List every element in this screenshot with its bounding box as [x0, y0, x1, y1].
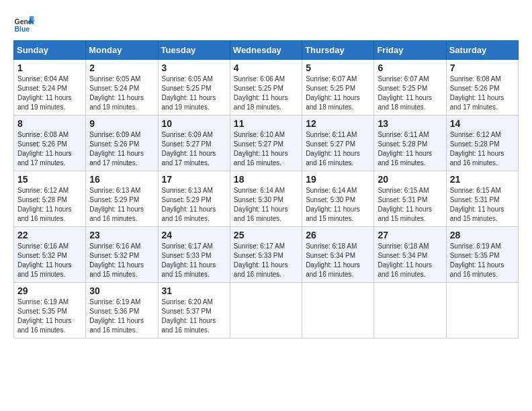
day-number: 19 — [306, 174, 370, 185]
calendar-week-row: 29 Sunrise: 6:19 AM Sunset: 5:35 PM Dayl… — [14, 283, 519, 338]
day-sunset: Sunset: 5:26 PM — [89, 140, 139, 148]
calendar-cell — [446, 283, 518, 338]
day-sunrise: Sunrise: 6:15 AM — [378, 187, 429, 194]
day-sunrise: Sunrise: 6:09 AM — [162, 131, 213, 138]
calendar-cell: 17 Sunrise: 6:13 AM Sunset: 5:29 PM Dayl… — [158, 171, 230, 227]
day-sunrise: Sunrise: 6:19 AM — [89, 298, 140, 306]
day-daylight: Daylight: 11 hours and 15 minutes. — [17, 261, 72, 278]
day-number: 5 — [306, 62, 370, 73]
calendar-cell: 6 Sunrise: 6:07 AM Sunset: 5:25 PM Dayli… — [374, 60, 446, 116]
day-sunrise: Sunrise: 6:20 AM — [162, 298, 213, 306]
day-daylight: Daylight: 11 hours and 16 minutes. — [450, 261, 504, 278]
day-sunset: Sunset: 5:35 PM — [17, 308, 67, 315]
day-sunrise: Sunrise: 6:19 AM — [450, 242, 501, 250]
day-sunset: Sunset: 5:34 PM — [306, 252, 355, 259]
day-number: 30 — [89, 285, 154, 296]
day-daylight: Daylight: 11 hours and 18 minutes. — [306, 94, 360, 111]
day-number: 8 — [17, 118, 82, 129]
calendar-cell: 10 Sunrise: 6:09 AM Sunset: 5:27 PM Dayl… — [158, 116, 230, 171]
day-sunset: Sunset: 5:24 PM — [17, 85, 67, 92]
day-header: Thursday — [302, 41, 374, 60]
day-number: 16 — [89, 174, 154, 185]
day-daylight: Daylight: 11 hours and 17 minutes. — [89, 150, 144, 167]
day-daylight: Daylight: 11 hours and 15 minutes. — [89, 261, 144, 278]
day-sunrise: Sunrise: 6:06 AM — [234, 75, 285, 83]
calendar-cell: 21 Sunrise: 6:15 AM Sunset: 5:31 PM Dayl… — [446, 171, 518, 227]
calendar-cell: 8 Sunrise: 6:08 AM Sunset: 5:26 PM Dayli… — [14, 116, 86, 171]
day-sunset: Sunset: 5:26 PM — [17, 140, 67, 148]
day-number: 21 — [450, 174, 515, 185]
calendar-table: SundayMondayTuesdayWednesdayThursdayFrid… — [13, 40, 519, 338]
calendar-cell: 31 Sunrise: 6:20 AM Sunset: 5:37 PM Dayl… — [158, 283, 230, 338]
day-sunset: Sunset: 5:35 PM — [450, 252, 500, 259]
day-sunrise: Sunrise: 6:12 AM — [450, 131, 501, 138]
day-sunrise: Sunrise: 6:18 AM — [306, 242, 357, 250]
day-sunset: Sunset: 5:32 PM — [89, 252, 139, 259]
day-header: Wednesday — [230, 41, 302, 60]
day-number: 23 — [89, 230, 154, 240]
day-daylight: Daylight: 11 hours and 16 minutes. — [306, 150, 360, 167]
day-number: 13 — [378, 118, 442, 129]
day-sunset: Sunset: 5:31 PM — [378, 196, 427, 203]
day-daylight: Daylight: 11 hours and 15 minutes. — [306, 205, 360, 222]
calendar-cell: 2 Sunrise: 6:05 AM Sunset: 5:24 PM Dayli… — [86, 60, 158, 116]
day-daylight: Daylight: 11 hours and 16 minutes. — [17, 317, 72, 334]
day-number: 15 — [17, 174, 82, 185]
calendar-cell: 26 Sunrise: 6:18 AM Sunset: 5:34 PM Dayl… — [302, 227, 374, 283]
day-daylight: Daylight: 11 hours and 15 minutes. — [162, 261, 216, 278]
day-sunrise: Sunrise: 6:13 AM — [162, 187, 213, 194]
day-sunset: Sunset: 5:26 PM — [450, 85, 500, 92]
day-daylight: Daylight: 11 hours and 17 minutes. — [450, 94, 504, 111]
calendar-cell: 25 Sunrise: 6:17 AM Sunset: 5:33 PM Dayl… — [230, 227, 302, 283]
day-daylight: Daylight: 11 hours and 16 minutes. — [234, 205, 288, 222]
day-number: 14 — [450, 118, 515, 129]
day-daylight: Daylight: 11 hours and 16 minutes. — [450, 150, 504, 167]
day-daylight: Daylight: 11 hours and 16 minutes. — [234, 150, 288, 167]
day-sunset: Sunset: 5:28 PM — [450, 140, 500, 148]
day-sunset: Sunset: 5:34 PM — [378, 252, 427, 259]
svg-text:Blue: Blue — [15, 26, 30, 33]
day-sunrise: Sunrise: 6:18 AM — [378, 242, 429, 250]
day-number: 6 — [378, 62, 442, 73]
calendar-cell: 3 Sunrise: 6:05 AM Sunset: 5:25 PM Dayli… — [158, 60, 230, 116]
day-sunrise: Sunrise: 6:13 AM — [89, 187, 140, 194]
day-number: 10 — [162, 118, 226, 129]
day-sunrise: Sunrise: 6:17 AM — [234, 242, 285, 250]
day-number: 20 — [378, 174, 442, 185]
calendar-cell: 20 Sunrise: 6:15 AM Sunset: 5:31 PM Dayl… — [374, 171, 446, 227]
day-sunrise: Sunrise: 6:08 AM — [17, 131, 69, 138]
day-header: Friday — [374, 41, 446, 60]
day-number: 31 — [162, 285, 226, 296]
calendar-cell — [302, 283, 374, 338]
day-sunrise: Sunrise: 6:07 AM — [378, 75, 429, 83]
day-sunset: Sunset: 5:27 PM — [234, 140, 283, 148]
day-sunrise: Sunrise: 6:04 AM — [17, 75, 69, 83]
calendar-cell: 29 Sunrise: 6:19 AM Sunset: 5:35 PM Dayl… — [14, 283, 86, 338]
day-header: Tuesday — [158, 41, 230, 60]
day-number: 1 — [17, 62, 82, 73]
calendar-cell: 24 Sunrise: 6:17 AM Sunset: 5:33 PM Dayl… — [158, 227, 230, 283]
day-sunset: Sunset: 5:30 PM — [306, 196, 355, 203]
day-daylight: Daylight: 11 hours and 16 minutes. — [378, 150, 432, 167]
day-sunset: Sunset: 5:27 PM — [306, 140, 355, 148]
day-daylight: Daylight: 11 hours and 18 minutes. — [234, 94, 288, 111]
calendar-cell: 23 Sunrise: 6:16 AM Sunset: 5:32 PM Dayl… — [86, 227, 158, 283]
day-sunrise: Sunrise: 6:19 AM — [17, 298, 69, 306]
day-daylight: Daylight: 11 hours and 17 minutes. — [17, 150, 72, 167]
day-number: 2 — [89, 62, 154, 73]
calendar-cell — [230, 283, 302, 338]
day-sunset: Sunset: 5:29 PM — [162, 196, 212, 203]
day-sunrise: Sunrise: 6:16 AM — [17, 242, 69, 250]
calendar-cell: 5 Sunrise: 6:07 AM Sunset: 5:25 PM Dayli… — [302, 60, 374, 116]
day-daylight: Daylight: 11 hours and 19 minutes. — [17, 94, 72, 111]
day-number: 4 — [234, 62, 298, 73]
calendar-cell: 4 Sunrise: 6:06 AM Sunset: 5:25 PM Dayli… — [230, 60, 302, 116]
calendar-week-row: 22 Sunrise: 6:16 AM Sunset: 5:32 PM Dayl… — [14, 227, 519, 283]
day-number: 17 — [162, 174, 226, 185]
day-sunrise: Sunrise: 6:07 AM — [306, 75, 357, 83]
day-sunset: Sunset: 5:25 PM — [162, 85, 212, 92]
day-number: 9 — [89, 118, 154, 129]
day-sunset: Sunset: 5:27 PM — [162, 140, 212, 148]
day-sunset: Sunset: 5:37 PM — [162, 308, 212, 315]
day-sunset: Sunset: 5:29 PM — [89, 196, 139, 203]
